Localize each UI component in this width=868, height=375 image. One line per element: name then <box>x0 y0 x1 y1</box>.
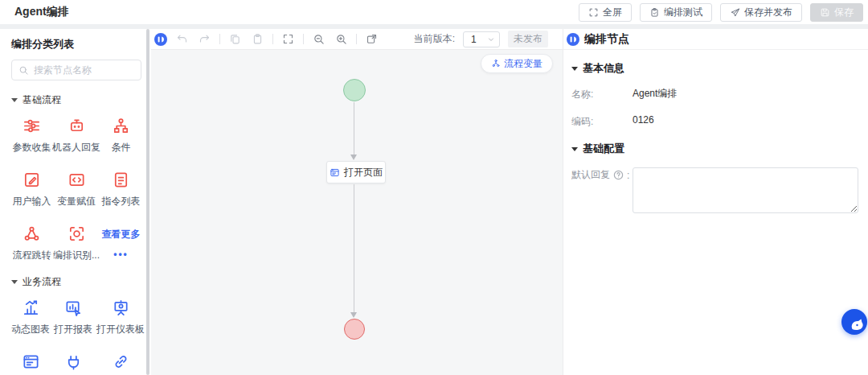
chevron-down-icon <box>11 98 18 102</box>
save-button-label: 保存 <box>834 6 854 19</box>
basic-info-section-title: 基本信息 <box>583 61 624 76</box>
variable-assign-icon <box>68 171 86 189</box>
node-palette-panel: 编排分类列表 基础流程 参数收集 机器人回复 条件 用户输入 <box>0 29 151 375</box>
save-and-publish-button[interactable]: 保存并发布 <box>720 3 802 22</box>
save-button[interactable]: 保存 <box>810 3 863 22</box>
palette-item-open-report[interactable]: 打开报表 <box>50 299 96 336</box>
name-value: Agent编排 <box>633 87 677 101</box>
topbar-actions: 全屏 编排测试 保存并发布 保存 <box>579 3 863 22</box>
fit-screen-button[interactable] <box>280 31 296 47</box>
open-page-icon <box>330 167 340 178</box>
palette-item-label: 条件 <box>112 141 131 155</box>
palette-item-open-dashboard[interactable]: 打开仪表板 <box>96 299 145 336</box>
palette-item-label: 编排识别... <box>53 249 100 262</box>
open-page-icon <box>22 352 40 371</box>
palette-item-label: 机器人回复 <box>52 141 100 155</box>
robot-reply-icon <box>68 117 86 135</box>
page-title: Agent编排 <box>14 5 69 19</box>
assistant-widget[interactable] <box>841 309 867 335</box>
version-select-value: 1 <box>471 34 477 45</box>
palette-scrollbar[interactable] <box>146 29 149 375</box>
copy-button[interactable] <box>227 31 243 47</box>
palette-item-label: 动态图表 <box>11 323 50 336</box>
orchestration-test-button-label: 编排测试 <box>664 6 702 19</box>
version-select[interactable]: 1 <box>463 31 500 47</box>
collapse-panel-icon <box>567 33 579 46</box>
name-field-row: 名称: Agent编排 <box>571 87 860 101</box>
palette-item-open-page[interactable]: 打开页面 <box>11 352 50 375</box>
open-dashboard-icon <box>112 299 130 317</box>
fit-screen-icon <box>282 33 294 45</box>
publish-icon <box>730 7 740 18</box>
recognition-icon <box>68 225 86 243</box>
palette-item-user-input[interactable]: 用户输入 <box>11 171 52 208</box>
redo-button[interactable] <box>197 31 212 47</box>
search-input[interactable] <box>34 64 134 76</box>
palette-item-call-internal[interactable]: 调用内部... <box>50 352 96 375</box>
undo-button[interactable] <box>174 31 190 47</box>
default-reply-textarea[interactable] <box>633 167 858 213</box>
collapse-left-panel-button[interactable] <box>154 33 167 46</box>
business-flow-grid: 动态图表 打开报表 打开仪表板 打开页面 调用内部... 调用透传... <box>11 299 141 375</box>
zoom-in-icon <box>335 33 347 45</box>
default-reply-label: 默认回复 <box>571 168 610 182</box>
palette-item-variable-assign[interactable]: 变量赋值 <box>52 171 100 208</box>
flow-edge <box>354 102 354 155</box>
edge-arrowhead-icon <box>350 155 357 160</box>
palette-title: 编排分类列表 <box>11 37 141 52</box>
palette-item-recognition[interactable]: 编排识别... <box>52 225 100 262</box>
basic-config-section-title: 基础配置 <box>583 142 624 156</box>
palette-item-flow-jump[interactable]: 流程跳转 <box>11 225 52 262</box>
palette-item-command-list[interactable]: 指令列表 <box>100 171 141 208</box>
section-basic-flow-header[interactable]: 基础流程 <box>11 93 141 107</box>
palette-item-call-passthrough[interactable]: 调用透传... <box>96 352 145 375</box>
flow-node-label: 打开页面 <box>344 166 383 179</box>
flow-node-end[interactable] <box>344 319 365 340</box>
palette-item-robot-reply[interactable]: 机器人回复 <box>52 117 100 155</box>
name-label: 名称: <box>571 87 633 101</box>
zoom-out-button[interactable] <box>311 31 326 47</box>
flow-variables-button[interactable]: 流程变量 <box>481 54 553 73</box>
palette-item-label: 指令列表 <box>102 195 141 208</box>
variables-icon <box>491 59 501 68</box>
condition-icon <box>112 117 130 135</box>
flow-node-open-page[interactable]: 打开页面 <box>326 161 386 183</box>
new-window-button[interactable] <box>364 31 379 47</box>
palette-item-params-collect[interactable]: 参数收集 <box>11 117 52 155</box>
redo-icon <box>199 33 211 45</box>
fullscreen-icon <box>588 7 599 18</box>
section-business-flow-header[interactable]: 业务流程 <box>11 275 141 289</box>
palette-item-label: 打开报表 <box>54 323 92 336</box>
fullscreen-button[interactable]: 全屏 <box>579 3 632 22</box>
dynamic-chart-icon <box>22 299 40 317</box>
basic-info-section-header[interactable]: 基本信息 <box>571 61 860 76</box>
paste-icon <box>252 33 264 45</box>
palette-item-label: 流程跳转 <box>13 249 51 262</box>
flow-canvas[interactable]: 流程变量 打开页面 <box>151 50 563 375</box>
code-value: 0126 <box>633 114 654 126</box>
search-icon <box>18 65 29 76</box>
collapse-right-panel-button[interactable] <box>567 33 579 46</box>
palette-item-label: 参数收集 <box>13 141 51 155</box>
view-more-label: 查看更多 <box>102 225 141 244</box>
zoom-out-icon <box>313 33 325 45</box>
toolbar-divider <box>272 34 273 44</box>
zoom-in-button[interactable] <box>334 31 349 47</box>
new-window-icon <box>366 33 378 45</box>
edge-arrowhead-icon <box>350 312 357 318</box>
chevron-down-icon <box>11 280 18 284</box>
canvas-toolbar: 当前版本: 1 未发布 <box>151 29 563 50</box>
orchestration-test-button[interactable]: 编排测试 <box>640 3 712 22</box>
palette-item-dynamic-chart[interactable]: 动态图表 <box>11 299 50 336</box>
paste-button[interactable] <box>250 31 265 47</box>
section-business-flow-label: 业务流程 <box>23 275 61 289</box>
flow-canvas-region: 当前版本: 1 未发布 流程变量 打开页面 <box>151 29 563 375</box>
code-field-row: 编码: 0126 <box>571 114 860 129</box>
basic-config-section-header[interactable]: 基础配置 <box>571 142 860 156</box>
flow-variables-label: 流程变量 <box>504 57 542 71</box>
help-icon[interactable] <box>613 170 624 180</box>
node-search[interactable] <box>11 60 141 80</box>
view-more-button[interactable]: 查看更多 ••• <box>100 225 141 262</box>
flow-node-start[interactable] <box>343 79 366 101</box>
palette-item-condition[interactable]: 条件 <box>100 117 141 155</box>
